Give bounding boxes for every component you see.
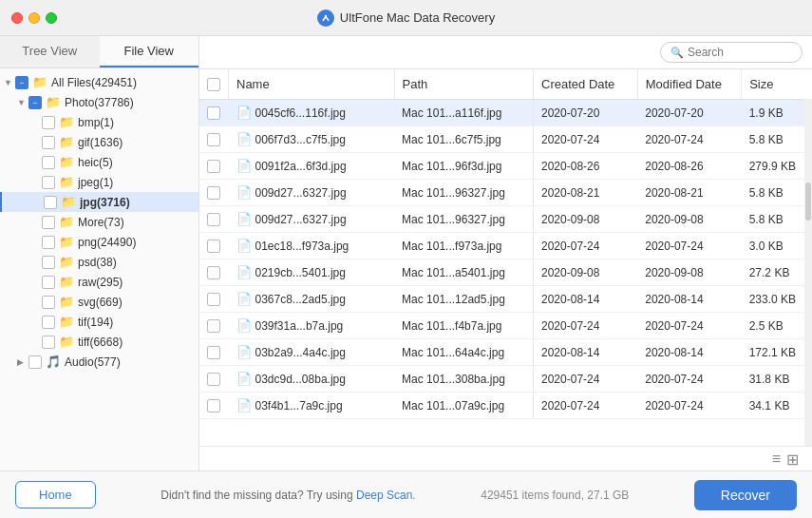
row-name-cell: 📄 0219cb...5401.jpg <box>229 259 395 286</box>
checkbox-all-files[interactable]: − <box>15 76 28 89</box>
file-table: Name Path Created Date Modified Date Siz… <box>199 69 812 419</box>
row-checkbox[interactable] <box>207 319 220 333</box>
table-row[interactable]: 📄 009d27...6327.jpg Mac 101...96327.jpg … <box>199 180 812 206</box>
checkbox-gif[interactable] <box>42 136 55 149</box>
tree-item-svg[interactable]: 📁 svg(669) <box>0 292 198 312</box>
tab-file[interactable]: File View <box>100 36 199 67</box>
search-input[interactable] <box>688 46 792 59</box>
table-row[interactable]: 📄 0367c8...2ad5.jpg Mac 101...12ad5.jpg … <box>199 286 812 313</box>
checkbox-jpeg[interactable] <box>42 176 55 189</box>
maximize-button[interactable] <box>46 12 57 24</box>
row-checkbox[interactable] <box>207 106 220 120</box>
tree-item-more[interactable]: 📁 More(73) <box>0 212 198 232</box>
row-checkbox[interactable] <box>207 133 220 146</box>
row-checkbox[interactable] <box>207 346 220 359</box>
grid-view-icon[interactable]: ⊞ <box>786 451 799 469</box>
row-name-cell: 📄 0367c8...2ad5.jpg <box>229 286 395 313</box>
deep-scan-link[interactable]: Deep Scan. <box>356 489 416 502</box>
row-checkbox[interactable] <box>207 373 220 386</box>
table-row[interactable]: 📄 039f31a...b7a.jpg Mac 101...f4b7a.jpg … <box>199 313 812 339</box>
recover-button[interactable]: Recover <box>694 480 797 510</box>
checkbox-png[interactable] <box>42 236 55 249</box>
row-checkbox[interactable] <box>207 293 220 306</box>
tree-item-tif[interactable]: 📁 tif(194) <box>0 312 198 332</box>
row-size-cell: 5.8 KB <box>742 126 812 153</box>
row-checkbox[interactable] <box>207 399 220 412</box>
tree-item-all-files[interactable]: ▼ − 📁 All Files(429451) <box>0 72 198 92</box>
tree-item-png[interactable]: 📁 png(24490) <box>0 232 198 252</box>
table-row[interactable]: 📄 009d27...6327.jpg Mac 101...96327.jpg … <box>199 206 812 233</box>
row-checkbox-cell <box>199 339 229 366</box>
row-checkbox[interactable] <box>207 213 220 226</box>
row-modified-cell: 2020-08-14 <box>637 286 741 313</box>
row-size-cell: 1.9 KB <box>742 100 812 126</box>
tree-item-photo[interactable]: ▼ − 📁 Photo(37786) <box>0 92 198 112</box>
row-size-cell: 2.5 KB <box>742 313 812 339</box>
table-row[interactable]: 📄 03dc9d...08ba.jpg Mac 101...308ba.jpg … <box>199 366 812 393</box>
col-header-name[interactable]: Name <box>229 69 395 100</box>
tree-label-more: More(73) <box>78 216 124 229</box>
table-row[interactable]: 📄 03f4b1...7a9c.jpg Mac 101...07a9c.jpg … <box>199 393 812 419</box>
search-box[interactable]: 🔍 <box>660 42 803 63</box>
row-file-name: 01ec18...f973a.jpg <box>255 240 349 253</box>
checkbox-tif[interactable] <box>42 316 55 329</box>
home-button[interactable]: Home <box>15 481 96 508</box>
content-area: 🔍 Name Path Created Date Modified Date <box>199 36 812 470</box>
row-checkbox-cell <box>199 233 229 259</box>
row-checkbox[interactable] <box>207 240 220 253</box>
tree-item-audio[interactable]: ▶ 🎵 Audio(577) <box>0 352 198 372</box>
checkbox-photo[interactable]: − <box>28 96 42 109</box>
tree-item-jpg[interactable]: 📁 jpg(3716) <box>0 192 198 212</box>
view-tabs: Tree View File View <box>0 36 198 68</box>
row-created-cell: 2020-09-08 <box>534 206 638 233</box>
checkbox-jpg[interactable] <box>44 196 57 209</box>
checkbox-tiff[interactable] <box>42 336 55 349</box>
col-header-path[interactable]: Path <box>394 69 533 100</box>
checkbox-psd[interactable] <box>42 256 55 269</box>
minimize-button[interactable] <box>28 12 40 24</box>
tree-label-audio: Audio(577) <box>65 355 121 369</box>
tree-item-tiff[interactable]: 📁 tiff(6668) <box>0 332 198 352</box>
tree-item-bmp[interactable]: 📁 bmp(1) <box>0 112 198 132</box>
close-button[interactable] <box>11 12 23 24</box>
row-path-cell: Mac 101...96f3d.jpg <box>394 153 533 180</box>
col-header-checkbox[interactable] <box>199 69 229 100</box>
checkbox-raw[interactable] <box>42 276 55 289</box>
row-file-name: 03f4b1...7a9c.jpg <box>255 399 343 412</box>
scroll-indicator[interactable] <box>804 69 812 446</box>
checkbox-bmp[interactable] <box>42 116 55 129</box>
checkbox-svg[interactable] <box>42 296 55 309</box>
row-modified-cell: 2020-08-14 <box>637 339 741 366</box>
table-row[interactable]: 📄 0045cf6...116f.jpg Mac 101...a116f.jpg… <box>199 100 812 126</box>
row-file-name: 006f7d3...c7f5.jpg <box>255 133 346 146</box>
checkbox-heic[interactable] <box>42 156 55 169</box>
tree-item-jpeg[interactable]: 📁 jpeg(1) <box>0 172 198 192</box>
col-header-created[interactable]: Created Date <box>534 69 638 100</box>
row-file-name: 009d27...6327.jpg <box>255 186 347 200</box>
row-size-cell: 3.0 KB <box>742 233 812 259</box>
checkbox-audio[interactable] <box>28 355 42 369</box>
table-row[interactable]: 📄 0219cb...5401.jpg Mac 101...a5401.jpg … <box>199 259 812 286</box>
tree-item-psd[interactable]: 📁 psd(38) <box>0 252 198 272</box>
table-row[interactable]: 📄 006f7d3...c7f5.jpg Mac 101...6c7f5.jpg… <box>199 126 812 153</box>
row-path-cell: Mac 101...64a4c.jpg <box>394 339 533 366</box>
file-icon: 📄 <box>236 159 252 173</box>
checkbox-select-all[interactable] <box>207 78 220 91</box>
row-modified-cell: 2020-09-08 <box>637 259 741 286</box>
row-created-cell: 2020-07-24 <box>534 393 638 419</box>
tree-item-gif[interactable]: 📁 gif(1636) <box>0 132 198 152</box>
tab-tree[interactable]: Tree View <box>0 36 100 67</box>
list-view-icon[interactable]: ≡ <box>772 451 781 469</box>
col-header-size[interactable]: Size <box>742 69 812 100</box>
row-checkbox[interactable] <box>207 186 220 200</box>
row-checkbox[interactable] <box>207 160 220 173</box>
tree-label-tif: tif(194) <box>78 316 113 329</box>
col-header-modified[interactable]: Modified Date <box>637 69 741 100</box>
table-row[interactable]: 📄 03b2a9...4a4c.jpg Mac 101...64a4c.jpg … <box>199 339 812 366</box>
table-row[interactable]: 📄 01ec18...f973a.jpg Mac 101...f973a.jpg… <box>199 233 812 259</box>
row-checkbox[interactable] <box>207 266 220 279</box>
tree-item-raw[interactable]: 📁 raw(295) <box>0 272 198 292</box>
table-row[interactable]: 📄 0091f2a...6f3d.jpg Mac 101...96f3d.jpg… <box>199 153 812 180</box>
tree-item-heic[interactable]: 📁 heic(5) <box>0 152 198 172</box>
checkbox-more[interactable] <box>42 216 55 229</box>
